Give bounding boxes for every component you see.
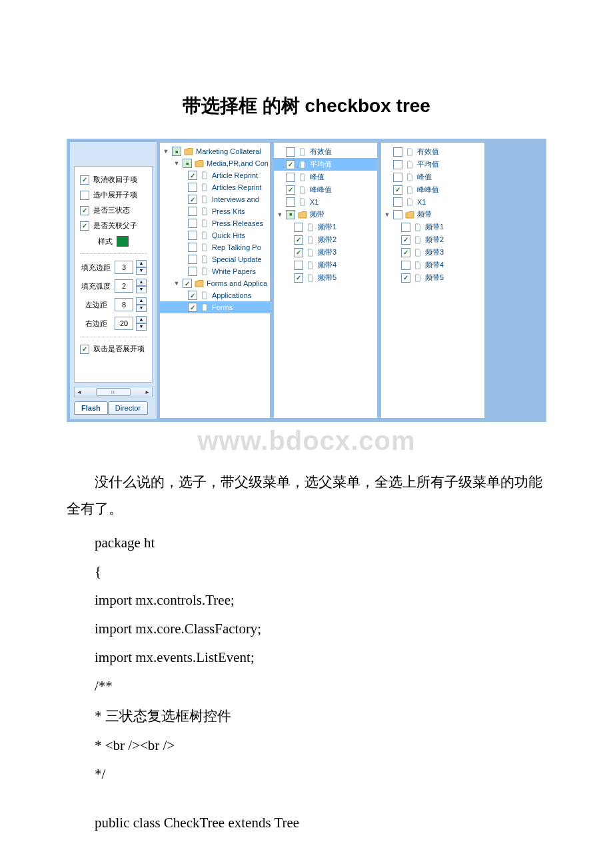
checkbox-icon[interactable] — [80, 221, 89, 231]
checkbox-icon[interactable] — [188, 291, 197, 300]
down-arrow-icon[interactable]: ▼ — [136, 267, 147, 275]
scroll-thumb[interactable]: |||| — [96, 388, 131, 396]
stepper[interactable]: ▲▼ — [136, 260, 147, 275]
tree-node[interactable]: 频带5 — [274, 271, 377, 284]
checkbox-icon[interactable] — [183, 159, 192, 168]
checkbox-icon[interactable] — [188, 219, 197, 228]
tree-panel-3[interactable]: 有效值 平均值 峰值 峰峰值 X1 ▼频带 频带1 频带2 频带3 频带4 频带… — [380, 142, 485, 419]
tree-node[interactable]: ▼Media,PR,and Con — [160, 157, 270, 169]
checkbox-icon[interactable] — [286, 147, 295, 157]
option-parent-link[interactable]: 是否关联父子 — [80, 218, 147, 233]
tree-node[interactable]: ▼频带 — [274, 208, 377, 221]
checkbox-icon[interactable] — [393, 185, 402, 195]
scroll-track[interactable]: |||| — [84, 387, 143, 397]
checkbox-icon[interactable] — [401, 223, 410, 232]
disclose-icon[interactable]: ▼ — [173, 160, 180, 167]
tree-node[interactable]: 频带2 — [381, 233, 484, 246]
tree-node[interactable]: 频带5 — [381, 271, 484, 284]
disclose-icon[interactable]: ▼ — [163, 148, 169, 155]
horizontal-scrollbar[interactable]: ◄ |||| ► — [74, 387, 153, 397]
option-style[interactable]: 样式 — [80, 233, 147, 249]
tree-node[interactable]: 有效值 — [381, 145, 484, 158]
checkbox-icon[interactable] — [80, 175, 89, 185]
tree-panel-1[interactable]: ▼Marketing Collateral ▼Media,PR,and Con … — [159, 142, 271, 419]
checkbox-icon[interactable] — [393, 210, 402, 219]
checkbox-icon[interactable] — [286, 210, 295, 219]
checkbox-icon[interactable] — [294, 235, 303, 245]
stepper[interactable]: ▲▼ — [136, 316, 147, 331]
tree-node[interactable]: 峰值 — [381, 171, 484, 183]
up-arrow-icon[interactable]: ▲ — [136, 260, 147, 267]
checkbox-icon[interactable] — [286, 173, 295, 182]
checkbox-icon[interactable] — [183, 279, 192, 288]
color-swatch-icon[interactable] — [117, 236, 129, 247]
tree-node[interactable]: 频带3 — [274, 246, 377, 259]
up-arrow-icon[interactable]: ▲ — [136, 279, 147, 286]
tree-node[interactable]: ▼Forms and Applica — [160, 277, 270, 289]
tree-node[interactable]: 峰值 — [274, 171, 377, 183]
stepper[interactable]: ▲▼ — [136, 279, 147, 293]
checkbox-icon[interactable] — [188, 303, 197, 312]
tree-node[interactable]: 平均值 — [381, 158, 484, 171]
checkbox-icon[interactable] — [80, 191, 89, 200]
up-arrow-icon[interactable]: ▲ — [136, 297, 147, 305]
disclose-icon[interactable]: ▼ — [384, 211, 390, 218]
tree-node[interactable]: 频带3 — [381, 246, 484, 259]
tree-node[interactable]: 有效值 — [274, 145, 377, 158]
tree-node[interactable]: White Papers — [160, 265, 270, 277]
option-collapse-children[interactable]: 取消收回子项 — [80, 172, 147, 187]
tree-node[interactable]: 频带2 — [274, 233, 377, 246]
tree-node[interactable]: ▼Marketing Collateral — [160, 145, 270, 157]
down-arrow-icon[interactable]: ▼ — [136, 286, 147, 293]
checkbox-icon[interactable] — [401, 261, 410, 270]
disclose-icon[interactable]: ▼ — [277, 211, 283, 218]
tree-node[interactable]: Article Reprint — [160, 169, 270, 181]
tree-node[interactable]: 频带1 — [381, 221, 484, 233]
checkbox-icon[interactable] — [188, 207, 197, 216]
scroll-left-icon[interactable]: ◄ — [75, 389, 84, 395]
checkbox-icon[interactable] — [294, 261, 303, 270]
tree-node[interactable]: Special Update — [160, 253, 270, 265]
checkbox-icon[interactable] — [393, 197, 402, 207]
checkbox-icon[interactable] — [286, 185, 295, 195]
number-input[interactable]: 8 — [115, 298, 133, 311]
checkbox-icon[interactable] — [401, 248, 410, 257]
up-arrow-icon[interactable]: ▲ — [136, 316, 147, 323]
checkbox-icon[interactable] — [188, 231, 197, 240]
checkbox-icon[interactable] — [401, 273, 410, 283]
checkbox-icon[interactable] — [188, 243, 197, 252]
tree-panel-2[interactable]: 有效值 平均值 峰值 峰峰值 X1 ▼频带 频带1 频带2 频带3 频带4 频带… — [273, 142, 378, 419]
tree-node[interactable]: X1 — [381, 196, 484, 208]
down-arrow-icon[interactable]: ▼ — [136, 323, 147, 331]
checkbox-icon[interactable] — [286, 160, 295, 169]
checkbox-icon[interactable] — [294, 273, 303, 283]
tree-node[interactable]: Applications — [160, 289, 270, 301]
option-tristate[interactable]: 是否三状态 — [80, 203, 147, 218]
tree-node[interactable]: Rep Talking Po — [160, 241, 270, 253]
checkbox-icon[interactable] — [286, 197, 295, 207]
checkbox-icon[interactable] — [294, 248, 303, 257]
tab-flash[interactable]: Flash — [74, 401, 108, 415]
tree-node[interactable]: Press Releases — [160, 217, 270, 229]
checkbox-icon[interactable] — [172, 147, 181, 156]
option-dblclick-expand[interactable]: 双击是否展开项 — [80, 341, 147, 357]
tree-node[interactable]: 峰峰值 — [381, 183, 484, 196]
scroll-right-icon[interactable]: ► — [143, 389, 152, 395]
tree-node-selected[interactable]: 平均值 — [274, 158, 377, 171]
down-arrow-icon[interactable]: ▼ — [136, 305, 147, 312]
checkbox-icon[interactable] — [188, 267, 197, 276]
tree-node[interactable]: 频带1 — [274, 221, 377, 233]
number-input[interactable]: 3 — [115, 261, 133, 274]
tree-node[interactable]: 峰峰值 — [274, 183, 377, 196]
tree-node[interactable]: Press Kits — [160, 205, 270, 217]
checkbox-icon[interactable] — [393, 160, 402, 169]
checkbox-icon[interactable] — [401, 235, 410, 245]
stepper[interactable]: ▲▼ — [136, 297, 147, 312]
checkbox-icon[interactable] — [393, 173, 402, 182]
tree-node[interactable]: X1 — [274, 196, 377, 208]
number-input[interactable]: 20 — [115, 317, 133, 330]
number-input[interactable]: 2 — [115, 279, 133, 293]
checkbox-icon[interactable] — [188, 171, 197, 180]
tree-node[interactable]: 频带4 — [381, 259, 484, 271]
tree-node[interactable]: Quick Hits — [160, 229, 270, 241]
